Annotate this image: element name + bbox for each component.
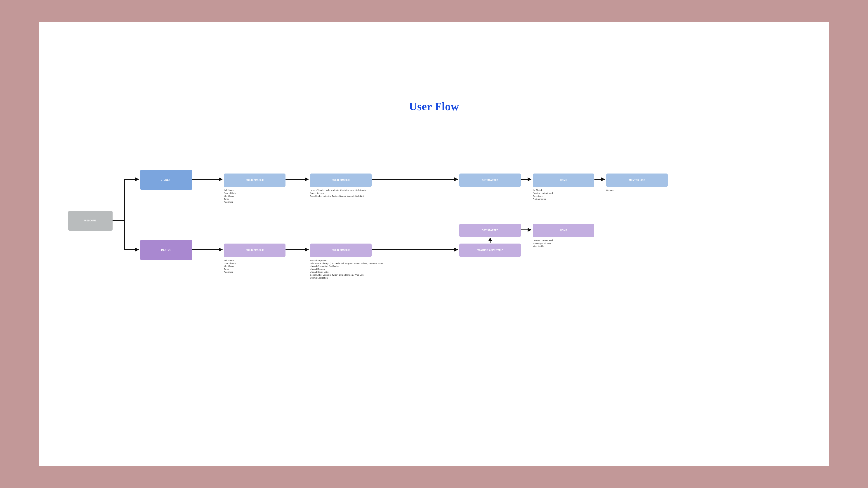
- diagram-canvas: User Flow WELCOME STUDENT BUILD PROFILE …: [39, 22, 829, 466]
- connectors: [39, 22, 829, 466]
